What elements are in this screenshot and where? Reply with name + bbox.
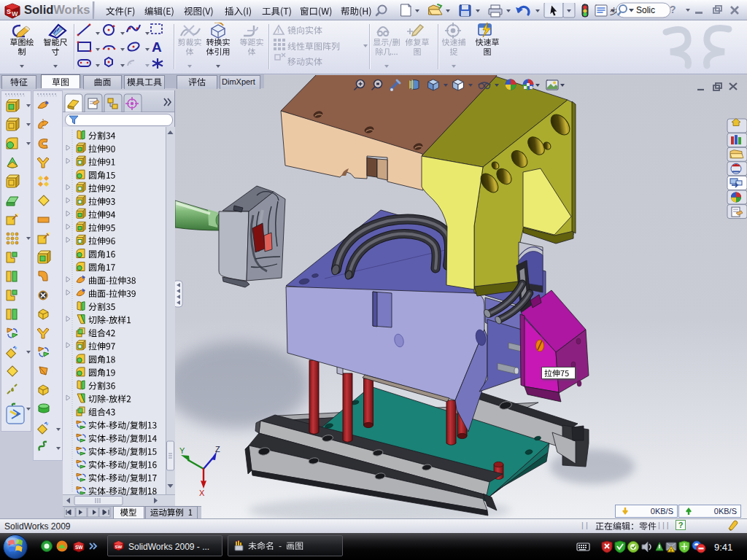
svg-text:SW: SW <box>115 545 123 549</box>
svg-text:Solic: Solic <box>636 5 655 15</box>
svg-text:SW: SW <box>75 545 83 550</box>
svg-text:S: S <box>7 8 11 15</box>
svg-text:X: X <box>199 489 205 497</box>
svg-text:!: ! <box>277 27 279 34</box>
svg-text:Z: Z <box>215 445 220 454</box>
svg-text:W: W <box>12 10 18 18</box>
svg-text:A: A <box>152 39 162 55</box>
svg-text:!: ! <box>670 548 672 553</box>
svg-text:Y: Y <box>179 446 185 455</box>
